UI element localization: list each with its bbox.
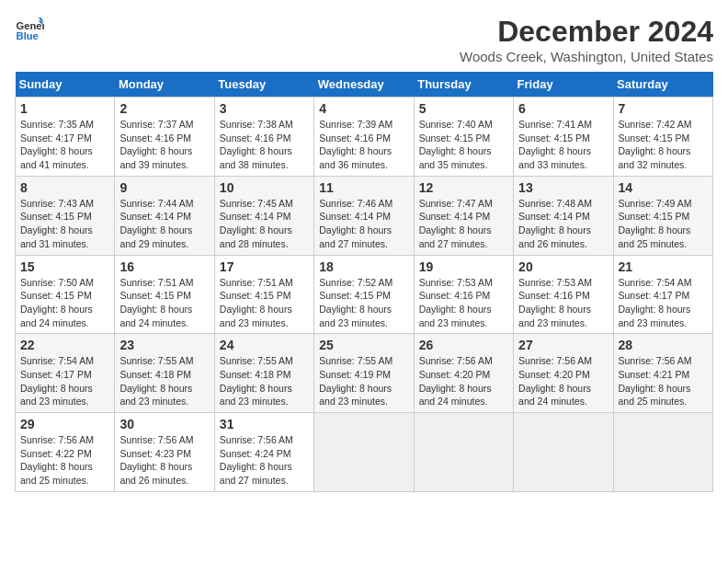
day-of-week-header: Monday xyxy=(115,72,214,98)
day-number: 20 xyxy=(518,259,608,274)
day-number: 28 xyxy=(619,338,708,352)
day-number: 18 xyxy=(319,259,408,274)
calendar-cell: 24Sunrise: 7:55 AMSunset: 4:18 PMDayligh… xyxy=(214,334,313,413)
calendar-week-row: 29Sunrise: 7:56 AMSunset: 4:22 PMDayligh… xyxy=(16,413,713,492)
calendar-cell xyxy=(414,413,513,492)
calendar-cell: 4Sunrise: 7:39 AMSunset: 4:16 PMDaylight… xyxy=(314,98,414,177)
calendar-cell xyxy=(613,413,712,492)
day-number: 29 xyxy=(20,417,109,431)
calendar-cell: 18Sunrise: 7:52 AMSunset: 4:15 PMDayligh… xyxy=(314,255,414,334)
calendar-cell: 31Sunrise: 7:56 AMSunset: 4:24 PMDayligh… xyxy=(214,413,313,492)
day-info: Sunrise: 7:56 AMSunset: 4:22 PMDaylight:… xyxy=(20,433,109,488)
day-info: Sunrise: 7:40 AMSunset: 4:15 PMDaylight:… xyxy=(419,118,508,172)
day-info: Sunrise: 7:51 AMSunset: 4:15 PMDaylight:… xyxy=(119,276,209,330)
day-info: Sunrise: 7:53 AMSunset: 4:16 PMDaylight:… xyxy=(518,276,608,330)
subtitle: Woods Creek, Washington, United States xyxy=(460,49,713,64)
calendar-cell xyxy=(314,413,414,492)
calendar-cell: 7Sunrise: 7:42 AMSunset: 4:15 PMDaylight… xyxy=(613,98,712,177)
day-info: Sunrise: 7:48 AMSunset: 4:14 PMDaylight:… xyxy=(518,197,608,251)
day-number: 27 xyxy=(518,338,608,352)
calendar-cell: 10Sunrise: 7:45 AMSunset: 4:14 PMDayligh… xyxy=(214,176,313,255)
day-info: Sunrise: 7:41 AMSunset: 4:15 PMDaylight:… xyxy=(518,118,608,172)
calendar-cell: 13Sunrise: 7:48 AMSunset: 4:14 PMDayligh… xyxy=(514,176,613,255)
day-number: 25 xyxy=(319,338,408,352)
day-number: 8 xyxy=(20,180,109,195)
svg-text:Blue: Blue xyxy=(17,30,39,41)
day-number: 23 xyxy=(119,338,209,352)
day-number: 17 xyxy=(220,259,309,274)
day-info: Sunrise: 7:35 AMSunset: 4:17 PMDaylight:… xyxy=(20,118,109,172)
day-info: Sunrise: 7:44 AMSunset: 4:14 PMDaylight:… xyxy=(119,197,209,251)
day-info: Sunrise: 7:46 AMSunset: 4:14 PMDaylight:… xyxy=(319,197,408,251)
logo-icon: General Blue xyxy=(15,15,44,44)
calendar-cell: 29Sunrise: 7:56 AMSunset: 4:22 PMDayligh… xyxy=(16,413,115,492)
day-info: Sunrise: 7:45 AMSunset: 4:14 PMDaylight:… xyxy=(220,197,309,251)
day-info: Sunrise: 7:37 AMSunset: 4:16 PMDaylight:… xyxy=(119,118,209,172)
calendar-cell: 19Sunrise: 7:53 AMSunset: 4:16 PMDayligh… xyxy=(414,255,513,334)
calendar-cell: 1Sunrise: 7:35 AMSunset: 4:17 PMDaylight… xyxy=(16,98,115,177)
calendar-cell: 3Sunrise: 7:38 AMSunset: 4:16 PMDaylight… xyxy=(214,98,313,177)
calendar-cell: 15Sunrise: 7:50 AMSunset: 4:15 PMDayligh… xyxy=(16,255,115,334)
day-info: Sunrise: 7:49 AMSunset: 4:15 PMDaylight:… xyxy=(619,197,708,251)
day-number: 15 xyxy=(20,259,109,274)
day-number: 24 xyxy=(220,338,309,352)
day-info: Sunrise: 7:56 AMSunset: 4:20 PMDaylight:… xyxy=(518,354,608,408)
calendar-cell: 8Sunrise: 7:43 AMSunset: 4:15 PMDaylight… xyxy=(16,176,115,255)
day-number: 11 xyxy=(319,180,408,195)
day-info: Sunrise: 7:55 AMSunset: 4:19 PMDaylight:… xyxy=(319,354,408,408)
day-info: Sunrise: 7:47 AMSunset: 4:14 PMDaylight:… xyxy=(419,197,508,251)
day-info: Sunrise: 7:43 AMSunset: 4:15 PMDaylight:… xyxy=(20,197,109,251)
calendar-cell: 11Sunrise: 7:46 AMSunset: 4:14 PMDayligh… xyxy=(314,176,414,255)
main-title: December 2024 xyxy=(460,15,713,49)
day-info: Sunrise: 7:39 AMSunset: 4:16 PMDaylight:… xyxy=(319,118,408,172)
day-number: 12 xyxy=(419,180,508,195)
calendar-cell: 25Sunrise: 7:55 AMSunset: 4:19 PMDayligh… xyxy=(314,334,414,413)
day-info: Sunrise: 7:54 AMSunset: 4:17 PMDaylight:… xyxy=(20,354,109,408)
day-info: Sunrise: 7:42 AMSunset: 4:15 PMDaylight:… xyxy=(619,118,708,172)
calendar-cell: 22Sunrise: 7:54 AMSunset: 4:17 PMDayligh… xyxy=(16,334,115,413)
day-info: Sunrise: 7:55 AMSunset: 4:18 PMDaylight:… xyxy=(220,354,309,408)
calendar-cell: 9Sunrise: 7:44 AMSunset: 4:14 PMDaylight… xyxy=(115,176,214,255)
day-number: 2 xyxy=(119,101,209,116)
day-number: 26 xyxy=(419,338,508,352)
calendar-cell: 16Sunrise: 7:51 AMSunset: 4:15 PMDayligh… xyxy=(115,255,214,334)
day-number: 21 xyxy=(619,259,708,274)
day-number: 7 xyxy=(619,101,708,116)
day-info: Sunrise: 7:53 AMSunset: 4:16 PMDaylight:… xyxy=(419,276,508,330)
day-info: Sunrise: 7:51 AMSunset: 4:15 PMDaylight:… xyxy=(220,276,309,330)
calendar-week-row: 15Sunrise: 7:50 AMSunset: 4:15 PMDayligh… xyxy=(16,255,713,334)
day-number: 5 xyxy=(419,101,508,116)
day-of-week-header: Wednesday xyxy=(314,72,414,98)
day-number: 14 xyxy=(619,180,708,195)
logo: General Blue xyxy=(15,15,44,44)
day-of-week-header: Thursday xyxy=(414,72,513,98)
calendar-cell: 27Sunrise: 7:56 AMSunset: 4:20 PMDayligh… xyxy=(514,334,613,413)
day-number: 16 xyxy=(119,259,209,274)
title-area: December 2024 Woods Creek, Washington, U… xyxy=(460,15,713,64)
calendar-cell: 23Sunrise: 7:55 AMSunset: 4:18 PMDayligh… xyxy=(115,334,214,413)
day-info: Sunrise: 7:56 AMSunset: 4:20 PMDaylight:… xyxy=(419,354,508,408)
calendar-cell: 12Sunrise: 7:47 AMSunset: 4:14 PMDayligh… xyxy=(414,176,513,255)
calendar-body: 1Sunrise: 7:35 AMSunset: 4:17 PMDaylight… xyxy=(16,98,713,492)
day-info: Sunrise: 7:55 AMSunset: 4:18 PMDaylight:… xyxy=(119,354,209,408)
calendar-cell xyxy=(514,413,613,492)
day-info: Sunrise: 7:38 AMSunset: 4:16 PMDaylight:… xyxy=(220,118,309,172)
calendar-cell: 14Sunrise: 7:49 AMSunset: 4:15 PMDayligh… xyxy=(613,176,712,255)
day-of-week-header: Saturday xyxy=(613,72,712,98)
day-of-week-header: Sunday xyxy=(16,72,115,98)
calendar-cell: 2Sunrise: 7:37 AMSunset: 4:16 PMDaylight… xyxy=(115,98,214,177)
day-number: 4 xyxy=(319,101,408,116)
day-info: Sunrise: 7:54 AMSunset: 4:17 PMDaylight:… xyxy=(619,276,708,330)
calendar-week-row: 22Sunrise: 7:54 AMSunset: 4:17 PMDayligh… xyxy=(16,334,713,413)
day-info: Sunrise: 7:50 AMSunset: 4:15 PMDaylight:… xyxy=(20,276,109,330)
calendar-cell: 5Sunrise: 7:40 AMSunset: 4:15 PMDaylight… xyxy=(414,98,513,177)
calendar-cell: 28Sunrise: 7:56 AMSunset: 4:21 PMDayligh… xyxy=(613,334,712,413)
day-number: 1 xyxy=(20,101,109,116)
calendar-week-row: 8Sunrise: 7:43 AMSunset: 4:15 PMDaylight… xyxy=(16,176,713,255)
header: General Blue December 2024 Woods Creek, … xyxy=(15,15,713,64)
calendar-cell: 21Sunrise: 7:54 AMSunset: 4:17 PMDayligh… xyxy=(613,255,712,334)
day-number: 30 xyxy=(119,417,209,431)
day-number: 31 xyxy=(220,417,309,431)
calendar-week-row: 1Sunrise: 7:35 AMSunset: 4:17 PMDaylight… xyxy=(16,98,713,177)
day-info: Sunrise: 7:56 AMSunset: 4:24 PMDaylight:… xyxy=(220,433,309,488)
